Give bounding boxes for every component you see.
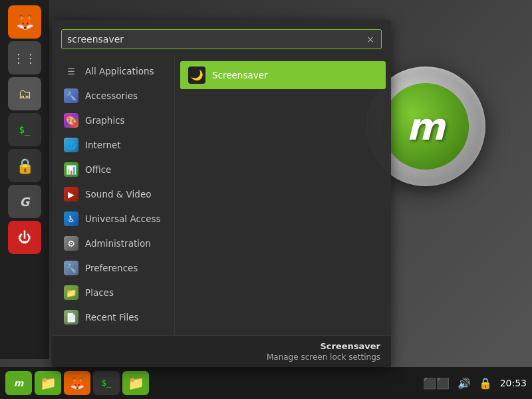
search-input-wrapper: × — [61, 29, 382, 49]
taskbar-bottom-left: m 📁 🦊 $_ 📁 — [5, 371, 149, 395]
apps-list: 🌙 Screensaver — [175, 56, 391, 335]
administration-icon: ⚙ — [64, 236, 78, 251]
taskbar-bottom: m 📁 🦊 $_ 📁 ⬛⬛ 🔊 🔒 20:53 — [0, 367, 532, 399]
taskbar-btn-gimp[interactable]: G — [8, 185, 41, 218]
category-all-applications-label: All Applications — [85, 66, 154, 76]
menu-body: ☰ All Applications 🔧 Accessories 🎨 Graph… — [52, 56, 391, 335]
category-sound-video[interactable]: ▶ Sound & Video — [55, 182, 172, 206]
bottom-btn-folder[interactable]: 📁 — [35, 371, 61, 395]
category-administration[interactable]: ⚙ Administration — [55, 231, 172, 255]
app-screensaver[interactable]: 🌙 Screensaver — [180, 61, 386, 89]
category-preferences[interactable]: 🔧 Preferences — [55, 256, 172, 280]
category-recent-files[interactable]: 📄 Recent Files — [55, 305, 172, 329]
category-internet[interactable]: 🌐 Internet — [55, 133, 172, 157]
category-places-label: Places — [85, 287, 114, 298]
tray-battery-icon[interactable]: 🔒 — [479, 377, 492, 390]
taskbar-btn-firefox[interactable]: 🦊 — [8, 5, 41, 39]
desktop: m 🦊 ⋮⋮ 🗂 $_ 🔒 G ⏻ × ☰ All Applications — [0, 0, 532, 399]
taskbar-bottom-right: ⬛⬛ 🔊 🔒 20:53 — [423, 377, 527, 390]
taskbar-btn-apps[interactable]: ⋮⋮ — [8, 41, 41, 74]
app-menu: × ☰ All Applications 🔧 Accessories 🎨 Gra… — [52, 20, 391, 367]
category-places[interactable]: 📁 Places — [55, 281, 172, 305]
bottom-btn-mint[interactable]: m — [5, 371, 32, 395]
app-screensaver-label: Screensaver — [212, 70, 268, 80]
tray-network-icon[interactable]: ⬛⬛ — [423, 377, 450, 390]
taskbar-left: 🦊 ⋮⋮ 🗂 $_ 🔒 G ⏻ — [0, 0, 49, 359]
app-desc-title: Screensaver — [63, 341, 380, 351]
search-bar: × — [52, 20, 391, 56]
taskbar-btn-terminal[interactable]: $_ — [8, 113, 41, 146]
bottom-btn-firefox[interactable]: 🦊 — [64, 371, 90, 395]
category-recent-files-label: Recent Files — [85, 312, 139, 323]
graphics-icon: 🎨 — [64, 113, 78, 128]
taskbar-btn-files[interactable]: 🗂 — [8, 77, 41, 110]
category-graphics[interactable]: 🎨 Graphics — [55, 108, 172, 132]
category-preferences-label: Preferences — [85, 263, 138, 273]
taskbar-btn-power[interactable]: ⏻ — [8, 221, 41, 254]
sound-video-icon: ▶ — [64, 187, 78, 201]
preferences-icon: 🔧 — [64, 261, 78, 275]
category-universal-access-label: Universal Access — [85, 213, 161, 224]
category-sound-video-label: Sound & Video — [85, 189, 151, 200]
search-clear-button[interactable]: × — [365, 34, 376, 45]
tray-volume-icon[interactable]: 🔊 — [458, 377, 471, 390]
office-icon: 📊 — [64, 162, 78, 177]
places-icon: 📁 — [64, 285, 78, 300]
bottom-btn-files[interactable]: 📁 — [122, 371, 149, 395]
category-universal-access[interactable]: ♿ Universal Access — [55, 207, 172, 231]
app-desc-subtitle: Manage screen lock settings — [63, 352, 380, 362]
clock-display: 20:53 — [500, 378, 527, 388]
category-accessories-label: Accessories — [85, 90, 138, 101]
universal-access-icon: ♿ — [64, 211, 78, 226]
accessories-icon: 🔧 — [64, 88, 78, 103]
categories-panel: ☰ All Applications 🔧 Accessories 🎨 Graph… — [52, 56, 175, 335]
search-input[interactable] — [67, 34, 365, 45]
all-applications-icon: ☰ — [64, 64, 78, 78]
recent-files-icon: 📄 — [64, 310, 78, 325]
app-description: Screensaver Manage screen lock settings — [52, 335, 391, 367]
internet-icon: 🌐 — [64, 138, 78, 152]
category-all-applications[interactable]: ☰ All Applications — [55, 59, 172, 83]
category-office-label: Office — [85, 164, 111, 175]
category-accessories[interactable]: 🔧 Accessories — [55, 84, 172, 108]
mint-logo-inner: m — [382, 83, 469, 170]
category-graphics-label: Graphics — [85, 115, 125, 126]
taskbar-btn-lock[interactable]: 🔒 — [8, 149, 41, 182]
category-office[interactable]: 📊 Office — [55, 158, 172, 182]
category-administration-label: Administration — [85, 238, 151, 249]
screensaver-app-icon: 🌙 — [188, 66, 205, 84]
bottom-btn-terminal[interactable]: $_ — [93, 371, 120, 395]
category-internet-label: Internet — [85, 140, 121, 150]
